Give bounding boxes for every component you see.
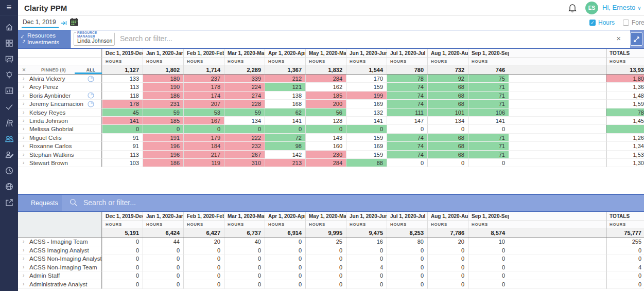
grid-cell[interactable]: 224 [224, 83, 265, 91]
expand-grid-button[interactable] [630, 32, 642, 46]
row-name-cell[interactable]: ›Miguel Celis [18, 134, 102, 142]
close-panel-icon[interactable]: × [22, 66, 26, 74]
column-header-month[interactable]: Mar 1, 2020-Mar 31, 2020 [224, 212, 265, 221]
row-name-cell[interactable]: ›Kelsey Reyes [18, 108, 102, 117]
grid-cell[interactable]: 186 [143, 92, 183, 100]
grid-cell[interactable]: 0 [224, 263, 265, 272]
grid-cell[interactable]: 68 [427, 142, 468, 150]
grid-cell[interactable]: 0 [102, 254, 143, 263]
grid-cell[interactable]: 0 [143, 254, 183, 263]
grid-cell[interactable]: 0 [183, 271, 224, 280]
grid-cell[interactable]: 74 [387, 83, 427, 91]
grid-cell[interactable]: 20 [427, 238, 468, 246]
expand-row-chevron-icon[interactable]: › [23, 84, 24, 89]
grid-cell[interactable]: 59 [224, 108, 265, 117]
grid-cell[interactable]: 168 [265, 100, 305, 108]
resources-search-field[interactable]: RESOURCE MANAGER Linda Johnson Search or… [71, 30, 630, 48]
grid-cell[interactable]: 44 [143, 238, 183, 246]
grid-cell[interactable]: 159 [346, 151, 387, 159]
grid-cell[interactable]: 10 [468, 238, 509, 246]
grid-cell[interactable]: 0 [427, 271, 468, 280]
grid-cell[interactable]: 310 [224, 159, 265, 167]
grid-cell[interactable]: 88 [346, 159, 387, 167]
forecast-toggle[interactable]: Forecast [623, 19, 644, 26]
requests-search-field[interactable]: Search or filter... [62, 195, 644, 211]
column-header-month[interactable]: Aug 1, 2020-Aug 31, 2020 [427, 212, 468, 221]
grid-cell[interactable]: 0 [265, 271, 305, 280]
expand-row-chevron-icon[interactable]: › [23, 143, 24, 149]
date-input[interactable] [22, 18, 59, 28]
column-header-month[interactable]: Mar 1, 2020-Mar 31, 2020 [224, 49, 265, 58]
grid-cell[interactable]: 71 [468, 100, 509, 108]
grid-cell[interactable]: 147 [387, 117, 427, 125]
grid-cell[interactable]: 0 [305, 254, 346, 263]
grid-cell[interactable]: 0 [183, 246, 224, 255]
expand-row-chevron-icon[interactable]: › [23, 101, 24, 106]
grid-cell[interactable]: 71 [468, 92, 509, 100]
notifications-bell-icon[interactable] [568, 3, 577, 15]
grid-cell[interactable]: 0 [387, 263, 427, 272]
grid-cell[interactable]: 0 [387, 280, 427, 289]
grid-cell[interactable]: 143 [305, 134, 346, 142]
grid-cell[interactable]: 0 [346, 246, 387, 255]
grid-cell[interactable]: 111 [387, 108, 427, 117]
column-header-month[interactable]: Jan 1, 2020-Jan 31, 2020 [143, 49, 183, 58]
grid-cell[interactable]: 141 [468, 117, 509, 125]
column-header-month[interactable]: Jul 1, 2020-Jul 31, 2020 [387, 212, 427, 221]
grid-cell[interactable]: 0 [387, 246, 427, 255]
row-name-cell[interactable]: ›Admin Staff [18, 271, 102, 280]
grid-cell[interactable]: 40 [224, 238, 265, 246]
column-header-month[interactable]: Feb 1, 2020-Feb 29, 2020 [183, 49, 224, 58]
grid-cell[interactable]: 141 [346, 117, 387, 125]
grid-cell[interactable]: 174 [183, 92, 224, 100]
grid-cell[interactable]: 0 [305, 263, 346, 272]
grid-cell[interactable]: 74 [387, 151, 427, 159]
grid-cell[interactable]: 75 [468, 75, 509, 83]
grid-cell[interactable]: 170 [346, 75, 387, 83]
grid-cell[interactable]: 0 [387, 159, 427, 167]
grid-cell[interactable]: 121 [265, 83, 305, 91]
grid-cell[interactable]: 0 [346, 280, 387, 289]
grid-cell[interactable]: 106 [468, 108, 509, 117]
grid-cell[interactable]: 169 [346, 142, 387, 150]
grid-cell[interactable]: 91 [102, 134, 143, 142]
grid-cell[interactable]: 78 [387, 75, 427, 83]
grid-cell[interactable]: 45 [102, 108, 143, 117]
grid-cell[interactable]: 113 [102, 151, 143, 159]
row-name-cell[interactable]: ›Arcy Perez [18, 83, 102, 91]
row-name-cell[interactable]: ›Alvira Vickery [18, 75, 102, 83]
pinned-tab[interactable]: PINNED (0) [41, 67, 66, 72]
column-header-month[interactable]: Feb 1, 2020-Feb 29, 2020 [183, 212, 224, 221]
grid-cell[interactable]: 0 [427, 280, 468, 289]
grid-cell[interactable]: 0 [305, 271, 346, 280]
sidebar-item-status-board-icon[interactable] [0, 52, 18, 66]
grid-cell[interactable]: 0 [224, 271, 265, 280]
grid-cell[interactable]: 191 [143, 134, 183, 142]
column-header-month[interactable]: Apr 1, 2020-Apr 30, 2020 [265, 212, 305, 221]
row-name-cell[interactable]: ›ACSS Non-Imaging Team [18, 263, 102, 272]
grid-cell[interactable]: 74 [387, 142, 427, 150]
grid-cell[interactable]: 196 [143, 151, 183, 159]
grid-cell[interactable]: 178 [102, 100, 143, 108]
grid-cell[interactable]: 142 [265, 151, 305, 159]
grid-cell[interactable]: 159 [346, 83, 387, 91]
grid-cell[interactable]: 72 [265, 134, 305, 142]
grid-cell[interactable]: 92 [427, 75, 468, 83]
grid-cell[interactable]: 0 [468, 125, 509, 133]
grid-cell[interactable]: 0 [183, 254, 224, 263]
grid-cell[interactable]: 128 [305, 117, 346, 125]
grid-cell[interactable]: 186 [143, 159, 183, 167]
grid-cell[interactable]: 185 [143, 117, 183, 125]
grid-cell[interactable]: 98 [265, 142, 305, 150]
sidebar-item-ideas-icon[interactable] [0, 68, 18, 82]
grid-cell[interactable]: 141 [102, 117, 143, 125]
grid-cell[interactable]: 71 [468, 151, 509, 159]
grid-cell[interactable]: 0 [468, 254, 509, 263]
grid-cell[interactable]: 0 [468, 159, 509, 167]
grid-cell[interactable]: 0 [427, 159, 468, 167]
grid-cell[interactable]: 0 [346, 271, 387, 280]
sidebar-item-classic-open-icon[interactable] [0, 196, 18, 209]
grid-cell[interactable]: 0 [183, 263, 224, 272]
grid-cell[interactable]: 0 [143, 263, 183, 272]
row-name-cell[interactable]: ›ACSS Non-Imaging Analyst [18, 254, 102, 263]
